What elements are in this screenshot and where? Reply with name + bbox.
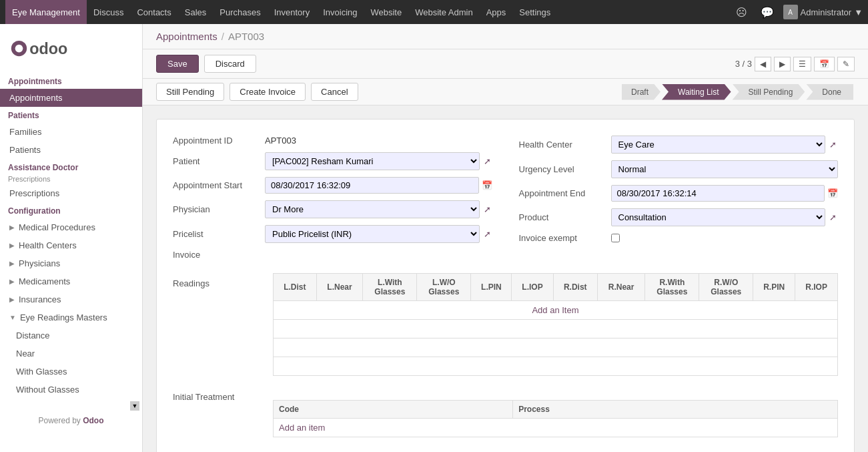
sidebar-item-eye-readings-masters[interactable]: ▼ Eye Readings Masters bbox=[0, 308, 142, 326]
nav-discuss[interactable]: Discuss bbox=[87, 0, 131, 24]
breadcrumb-parent[interactable]: Appointments bbox=[156, 31, 218, 42]
sidebar-item-without-glasses[interactable]: Without Glasses bbox=[0, 381, 142, 399]
health-center-select[interactable]: Eye Care bbox=[611, 136, 826, 154]
sidebar-item-medicaments[interactable]: ▶ Medicaments bbox=[0, 272, 142, 290]
nav-invoicing[interactable]: Invoicing bbox=[316, 0, 364, 24]
col-liop: L.IOP bbox=[512, 274, 553, 301]
nav-settings[interactable]: Settings bbox=[512, 0, 557, 24]
sidebar-item-medical-procedures[interactable]: ▶ Medical Procedures bbox=[0, 218, 142, 236]
nav-contacts[interactable]: Contacts bbox=[130, 0, 177, 24]
appointment-id-row: Appointment ID APT003 bbox=[173, 136, 492, 146]
odoo-brand: Odoo bbox=[83, 416, 103, 425]
readings-spacer-row2 bbox=[274, 338, 838, 357]
sidebar-item-patients[interactable]: Patients bbox=[0, 141, 142, 159]
readings-table: L.Dist L.Near L.WithGlasses L.W/OGlasses… bbox=[273, 273, 838, 376]
readings-table-wrap: L.Dist L.Near L.WithGlasses L.W/OGlasses… bbox=[273, 273, 838, 376]
sidebar-item-families[interactable]: Families bbox=[0, 123, 142, 141]
appointment-start-row: Appointment Start 📅 bbox=[173, 177, 492, 194]
sidebar: odoo Appointments Appointments Patients … bbox=[0, 24, 143, 452]
product-external-link[interactable]: ➚ bbox=[828, 211, 838, 224]
nav-website[interactable]: Website bbox=[364, 0, 408, 24]
list-view-button[interactable]: ☰ bbox=[793, 57, 811, 71]
product-row: Product Consultation ➚ bbox=[519, 208, 839, 226]
stage-draft-label: Draft bbox=[631, 87, 648, 97]
physician-external-link[interactable]: ➚ bbox=[482, 203, 492, 216]
invoice-exempt-checkbox-wrap bbox=[611, 234, 620, 242]
stage-pipeline: Draft Waiting List Still Pending Done bbox=[622, 84, 855, 100]
nav-apps[interactable]: Apps bbox=[480, 0, 513, 24]
cancel-button[interactable]: Cancel bbox=[311, 83, 358, 101]
col-rwith: R.WithGlasses bbox=[645, 274, 699, 301]
physician-label: Physician bbox=[173, 204, 260, 214]
nav-sales[interactable]: Sales bbox=[178, 0, 213, 24]
user-dropdown-icon[interactable]: ▼ bbox=[854, 7, 863, 17]
sidebar-item-appointments[interactable]: Appointments bbox=[0, 89, 142, 107]
product-select[interactable]: Consultation bbox=[611, 208, 826, 226]
col-lnear: L.Near bbox=[316, 274, 363, 301]
arrow-health-centers: ▶ bbox=[9, 242, 15, 249]
sidebar-logo[interactable]: odoo bbox=[0, 24, 142, 73]
arrow-insurances: ▶ bbox=[9, 296, 15, 303]
col-riop: R.IOP bbox=[795, 274, 838, 301]
still-pending-button[interactable]: Still Pending bbox=[156, 83, 224, 101]
sidebar-scroll-down[interactable]: ▼ bbox=[130, 401, 139, 411]
breadcrumb-bar: Appointments / APT003 bbox=[143, 24, 868, 49]
pricelist-select[interactable]: Public Pricelist (INR) bbox=[265, 225, 480, 243]
invoice-row: Invoice bbox=[173, 250, 492, 260]
pager-prev[interactable]: ◀ bbox=[755, 57, 771, 71]
readings-add-item[interactable]: Add an Item bbox=[274, 301, 837, 319]
product-select-wrap: Consultation ➚ bbox=[611, 208, 839, 226]
nav-inventory[interactable]: Inventory bbox=[268, 0, 316, 24]
urgency-select[interactable]: Normal bbox=[611, 160, 839, 178]
sidebar-item-prescriptions[interactable]: Prescriptions bbox=[0, 184, 142, 202]
product-label: Product bbox=[519, 212, 606, 222]
nav-website-admin[interactable]: Website Admin bbox=[408, 0, 479, 24]
sidebar-label-health-centers: Health Centers bbox=[19, 240, 77, 250]
stage-waiting-list[interactable]: Waiting List bbox=[662, 84, 731, 100]
calendar-view-button[interactable]: 📅 bbox=[814, 57, 835, 71]
treatment-add-item[interactable]: Add an item bbox=[274, 419, 837, 437]
discard-button[interactable]: Discard bbox=[204, 55, 256, 73]
stage-waiting-label: Waiting List bbox=[678, 87, 719, 97]
stage-still-pending[interactable]: Still Pending bbox=[733, 84, 805, 100]
sidebar-item-physicians[interactable]: ▶ Physicians bbox=[0, 254, 142, 272]
sidebar-item-insurances[interactable]: ▶ Insurances bbox=[0, 290, 142, 308]
sidebar-item-near[interactable]: Near bbox=[0, 345, 142, 363]
appointment-end-input[interactable] bbox=[611, 185, 825, 202]
invoice-exempt-checkbox[interactable] bbox=[611, 234, 620, 242]
health-center-external-link[interactable]: ➚ bbox=[828, 138, 838, 151]
physician-select[interactable]: Dr More bbox=[265, 200, 480, 218]
edit-view-button[interactable]: ✎ bbox=[837, 57, 855, 71]
patient-external-link[interactable]: ➚ bbox=[482, 155, 492, 168]
arrow-medicaments: ▶ bbox=[9, 278, 15, 285]
chat-icon[interactable]: 💬 bbox=[757, 6, 778, 19]
sidebar-label-medical-procedures: Medical Procedures bbox=[19, 222, 95, 232]
col-lpin: L.PIN bbox=[471, 274, 512, 301]
bug-icon[interactable]: ☹ bbox=[732, 6, 751, 19]
sidebar-item-health-centers[interactable]: ▶ Health Centers bbox=[0, 236, 142, 254]
appointment-id-value: APT003 bbox=[265, 136, 296, 146]
sidebar-item-distance[interactable]: Distance bbox=[0, 326, 142, 345]
sidebar-label-insurances: Insurances bbox=[19, 294, 61, 304]
sidebar-item-with-glasses[interactable]: With Glasses bbox=[0, 363, 142, 381]
user-menu[interactable]: A Administrator ▼ bbox=[783, 5, 863, 19]
username: Administrator bbox=[801, 7, 852, 17]
nav-eye-management[interactable]: Eye Management bbox=[5, 0, 87, 24]
pricelist-label: Pricelist bbox=[173, 229, 260, 239]
sidebar-label-medicaments: Medicaments bbox=[19, 276, 70, 286]
sidebar-subtitle-prescriptions: Prescriptions bbox=[0, 175, 142, 184]
pricelist-external-link[interactable]: ➚ bbox=[482, 228, 492, 240]
appointment-start-input[interactable] bbox=[265, 177, 479, 194]
col-code: Code bbox=[274, 401, 513, 419]
start-calendar-icon[interactable]: 📅 bbox=[482, 180, 492, 190]
save-button[interactable]: Save bbox=[156, 55, 199, 73]
patient-select[interactable]: [PAC002] Resham Kumari bbox=[265, 152, 480, 170]
create-invoice-button[interactable]: Create Invoice bbox=[230, 83, 306, 101]
pager-next[interactable]: ▶ bbox=[774, 57, 791, 71]
end-calendar-icon[interactable]: 📅 bbox=[827, 188, 838, 198]
nav-purchases[interactable]: Purchases bbox=[213, 0, 267, 24]
arrow-physicians: ▶ bbox=[9, 260, 15, 267]
stage-draft[interactable]: Draft bbox=[622, 84, 661, 100]
stage-done[interactable]: Done bbox=[806, 84, 853, 100]
initial-treatment-label: Initial Treatment bbox=[173, 387, 260, 437]
